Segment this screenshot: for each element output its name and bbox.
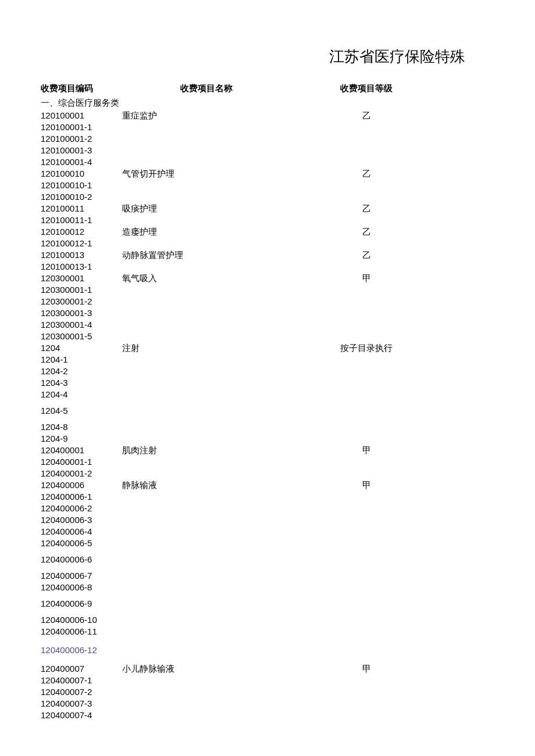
cell-code: 120400006-10 [41,614,122,626]
cell-code: 1204 [41,342,122,354]
cell-code: 120400006-5 [41,538,122,549]
cell-code: 120400007-1 [41,675,122,686]
cell-grade [291,514,442,526]
table-row: 120400007-3 [41,698,494,710]
table-row: 120400006-2 [41,503,494,514]
cell-code: 120300001-1 [41,284,122,296]
cell-code: 120400006-1 [41,491,122,503]
cell-name [122,307,291,319]
cell-name: 气管切开护理 [122,168,291,180]
cell-grade [291,456,442,468]
document-title: 江苏省医疗保险特殊 [41,46,494,67]
cell-name [122,598,291,610]
cell-grade [291,296,442,307]
cell-grade [291,133,442,145]
cell-name [122,526,291,538]
header-name: 收费项目名称 [122,83,291,94]
cell-grade: 乙 [291,110,442,121]
table-row: 120400007-1 [41,675,494,686]
table-row: 1204-3 [41,377,494,389]
cell-name [122,644,291,656]
cell-name: 重症监护 [122,110,291,121]
cell-name: 氧气吸入 [122,273,291,284]
cell-code: 1204-2 [41,366,122,377]
cell-name [122,686,291,698]
cell-code: 1204-9 [41,433,122,445]
cell-code: 120400001-1 [41,456,122,468]
cell-name [122,710,291,721]
cell-code: 120100011-1 [41,214,122,226]
header-grade: 收费项目等级 [291,83,442,94]
cell-name [122,121,291,133]
table-row: 120300001-2 [41,296,494,307]
cell-code: 120400006-7 [41,570,122,582]
cell-grade [291,421,442,433]
table-row: 120100001-4 [41,156,494,168]
cell-code: 120100001-3 [41,145,122,156]
table-row: 120100001-3 [41,145,494,156]
cell-grade: 乙 [291,226,442,238]
table-row: 120100010-1 [41,180,494,191]
table-row: 120100013动静脉置管护理乙 [41,249,494,261]
cell-code: 120300001-5 [41,331,122,342]
cell-name [122,698,291,710]
table-row: 120300001-4 [41,319,494,331]
cell-name [122,468,291,479]
table-row: 1204-2 [41,366,494,377]
cell-grade [291,644,442,656]
cell-name [122,284,291,296]
cell-grade [291,214,442,226]
section-heading: 一、综合医疗服务类 [41,98,494,109]
cell-code: 1204-4 [41,389,122,400]
cell-code: 1204-3 [41,377,122,389]
table-row: 120100011吸痰护理乙 [41,203,494,214]
table-row: 120100001-2 [41,133,494,145]
table-row: 120400001肌肉注射甲 [41,445,494,456]
cell-grade [291,626,442,637]
cell-name [122,538,291,549]
cell-grade [291,614,442,626]
table-row: 120400006-10 [41,614,494,626]
cell-name [122,456,291,468]
cell-grade [291,538,442,549]
header-code: 收费项目编码 [41,83,122,94]
cell-code: 120100001-4 [41,156,122,168]
cell-name: 吸痰护理 [122,203,291,214]
cell-code: 120400006 [41,479,122,491]
cell-code: 120300001-3 [41,307,122,319]
cell-grade [291,468,442,479]
table-row: 1204-1 [41,354,494,366]
cell-name [122,421,291,433]
cell-grade [291,598,442,610]
cell-grade [291,319,442,331]
cell-code: 120400006-8 [41,582,122,593]
cell-grade [291,554,442,565]
cell-grade [291,675,442,686]
cell-grade [291,284,442,296]
table-row: 120400007小儿静脉输液甲 [41,663,494,675]
table-row: 120400001-2 [41,468,494,479]
cell-grade [291,238,442,249]
cell-grade: 乙 [291,203,442,214]
table-row: 120300001-3 [41,307,494,319]
cell-name [122,261,291,273]
cell-code: 120100010 [41,168,122,180]
cell-code: 120100001-1 [41,121,122,133]
cell-grade: 甲 [291,445,442,456]
cell-code: 120100011 [41,203,122,214]
cell-name [122,180,291,191]
cell-code: 120400006-6 [41,554,122,565]
table-row: 120400006-11 [41,626,494,637]
table-row: 120400006-4 [41,526,494,538]
table-row: 120100010气管切开护理乙 [41,168,494,180]
cell-grade [291,698,442,710]
cell-name [122,389,291,400]
table-row: 120300001-1 [41,284,494,296]
cell-name: 静脉输液 [122,479,291,491]
cell-grade [291,354,442,366]
cell-name: 注射 [122,342,291,354]
cell-code: 120400006-4 [41,526,122,538]
table-row: 1204-9 [41,433,494,445]
cell-grade [291,710,442,721]
cell-code: 120300001-2 [41,296,122,307]
